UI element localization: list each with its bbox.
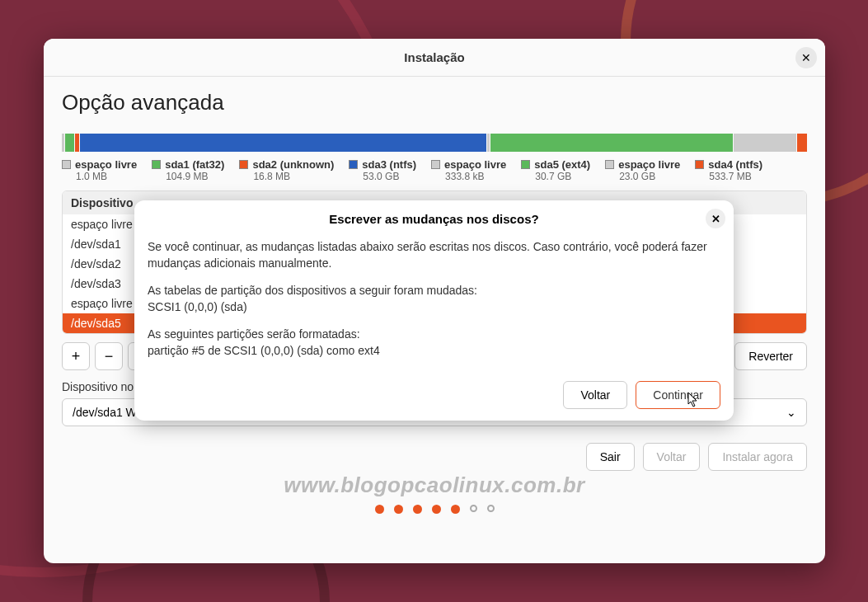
partition-name: sda4 (ntfs) <box>708 158 762 171</box>
partition-name: sda1 (fat32) <box>165 158 224 171</box>
chevron-down-icon: ⌄ <box>786 406 796 419</box>
watermark-text: www.blogopcaolinux.com.br <box>62 473 807 498</box>
legend-item: sda4 (ntfs) 533.7 MB <box>695 158 762 182</box>
page-heading: Opção avançada <box>62 90 807 115</box>
progress-dot <box>394 505 403 514</box>
dialog-text: As seguintes partições serão formatadas:… <box>148 327 720 359</box>
revert-button[interactable]: Reverter <box>734 342 807 370</box>
partition-size: 53.0 GB <box>363 171 416 182</box>
progress-dot <box>375 505 384 514</box>
cursor-icon <box>687 392 699 408</box>
partition-size: 1.0 MB <box>76 171 137 182</box>
color-swatch <box>62 160 71 169</box>
progress-dot <box>451 505 460 514</box>
partition-size: 104.9 MB <box>166 171 224 182</box>
dialog-text: As tabelas de partição dos dispositivos … <box>148 283 720 315</box>
partition-size: 23.0 GB <box>619 171 680 182</box>
partition-segment[interactable] <box>62 134 64 152</box>
color-swatch <box>695 160 704 169</box>
partition-name: espaço livre <box>444 158 506 171</box>
color-swatch <box>152 160 161 169</box>
dialog-continue-button[interactable]: Continuar <box>636 381 720 409</box>
color-swatch <box>605 160 614 169</box>
quit-button[interactable]: Sair <box>586 443 635 471</box>
dialog-close-button[interactable]: ✕ <box>706 209 725 228</box>
progress-dot <box>487 505 495 512</box>
confirm-dialog: Escrever as mudanças nos discos? ✕ Se vo… <box>134 200 734 421</box>
legend-item: sda2 (unknown) 16.8 MB <box>239 158 334 182</box>
dialog-back-button[interactable]: Voltar <box>563 381 627 409</box>
dialog-buttons: Voltar Continuar <box>134 381 734 409</box>
partition-size: 16.8 MB <box>253 171 334 182</box>
close-icon: ✕ <box>801 51 811 64</box>
progress-dot <box>432 505 441 514</box>
progress-dots <box>62 505 807 525</box>
color-swatch <box>349 160 358 169</box>
dialog-body: Se você continuar, as mudanças listadas … <box>134 234 734 381</box>
partition-name: espaço livre <box>618 158 680 171</box>
close-icon: ✕ <box>711 213 720 225</box>
progress-dot <box>470 505 477 512</box>
legend-item: espaço livre 23.0 GB <box>605 158 680 182</box>
add-partition-button[interactable]: + <box>62 342 90 370</box>
legend-item: espaço livre 1.0 MB <box>62 158 137 182</box>
window-title: Instalação <box>404 50 464 64</box>
dialog-title-bar: Escrever as mudanças nos discos? ✕ <box>134 200 734 234</box>
partition-segment[interactable] <box>75 134 79 152</box>
partition-segment[interactable] <box>797 134 807 152</box>
partition-name: sda3 (ntfs) <box>362 158 416 171</box>
legend-item: sda5 (ext4) 30.7 GB <box>521 158 590 182</box>
footer-buttons: Sair Voltar Instalar agora <box>62 443 807 471</box>
dialog-title: Escrever as mudanças nos discos? <box>329 212 538 226</box>
partition-name: espaço livre <box>75 158 137 171</box>
legend-item: espaço livre 333.8 kB <box>431 158 506 182</box>
partition-size: 333.8 kB <box>445 171 506 182</box>
partition-size: 30.7 GB <box>535 171 590 182</box>
partition-name: sda2 (unknown) <box>252 158 334 171</box>
titlebar: Instalação ✕ <box>44 39 825 77</box>
partition-segment[interactable] <box>80 134 486 152</box>
legend-item: sda1 (fat32) 104.9 MB <box>152 158 224 182</box>
color-swatch <box>431 160 440 169</box>
partition-size: 533.7 MB <box>709 171 762 182</box>
color-swatch <box>521 160 530 169</box>
back-button[interactable]: Voltar <box>643 443 701 471</box>
partition-segment[interactable] <box>734 134 796 152</box>
dialog-text: Se você continuar, as mudanças listadas … <box>148 239 720 271</box>
color-swatch <box>239 160 248 169</box>
partition-segment[interactable] <box>65 134 74 152</box>
partition-legend: espaço livre 1.0 MB sda1 (fat32) 104.9 M… <box>62 158 807 182</box>
partition-segment[interactable] <box>490 134 733 152</box>
partition-segment[interactable] <box>487 134 490 152</box>
install-now-button[interactable]: Instalar agora <box>708 443 807 471</box>
remove-partition-button[interactable]: − <box>95 342 123 370</box>
partition-bar <box>62 134 807 152</box>
partition-name: sda5 (ext4) <box>534 158 590 171</box>
window-close-button[interactable]: ✕ <box>795 47 817 68</box>
legend-item: sda3 (ntfs) 53.0 GB <box>349 158 416 182</box>
progress-dot <box>413 505 422 514</box>
